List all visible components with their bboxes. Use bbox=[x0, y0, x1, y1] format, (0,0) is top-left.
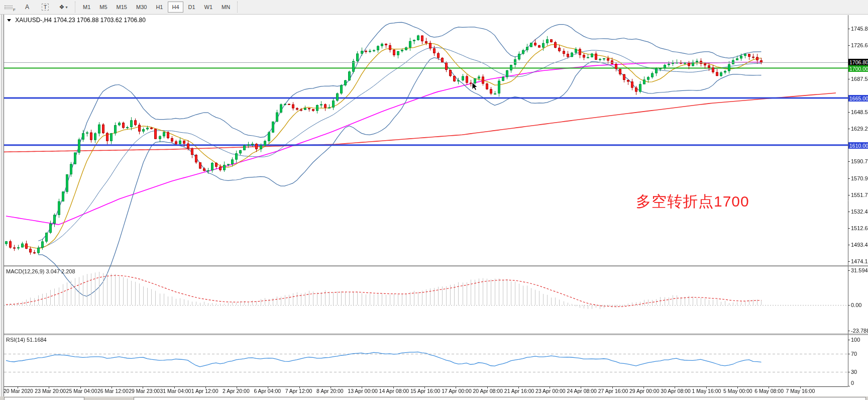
top-toolbar: F A T ❖ ▾ M1M5M15M30H1H4D1W1MN bbox=[0, 0, 868, 15]
price-axis-tick: 1493.40 bbox=[851, 242, 868, 248]
time-axis-label: 20 Apr 08:00 bbox=[473, 388, 503, 394]
rsi-axis-tick: 30 bbox=[851, 369, 857, 375]
timeframe-button-m15[interactable]: M15 bbox=[113, 2, 131, 13]
time-axis-label: 7 Apr 12:00 bbox=[285, 388, 312, 394]
macd-axis-tick: 0.00 bbox=[851, 302, 861, 308]
price-axis-tick: 1570.95 bbox=[851, 175, 868, 181]
current-price-label: 1706.80 bbox=[848, 59, 868, 65]
time-axis-label: 2 Apr 20:00 bbox=[223, 388, 250, 394]
chevron-down-icon: ▾ bbox=[65, 5, 67, 10]
arrows-icon: ❖ bbox=[59, 4, 65, 11]
time-axis-label: 7 May 16:00 bbox=[786, 388, 815, 394]
timeframe-button-m1[interactable]: M1 bbox=[79, 2, 94, 13]
time-axis-label: 27 Apr 16:00 bbox=[598, 388, 628, 394]
text-tool-icon: A bbox=[25, 4, 29, 11]
time-axis-label: 17 Apr 00:00 bbox=[442, 388, 472, 394]
price-axis-tick: 1512.65 bbox=[851, 225, 868, 231]
price-axis-tick: 1551.70 bbox=[851, 192, 868, 198]
level-price-label: 1665.00 bbox=[848, 95, 868, 102]
macd-axis-tick: 31.594 bbox=[851, 267, 868, 273]
time-axis-label: 6 May 08:00 bbox=[754, 388, 784, 394]
price-axis-tick: 1629.25 bbox=[851, 126, 868, 132]
time-axis-label: 1 May 16:00 bbox=[692, 388, 721, 394]
text-tool-button[interactable]: A bbox=[19, 1, 36, 13]
timeframe-button-m30[interactable]: M30 bbox=[132, 2, 151, 13]
macd-indicator-label: MACD(12,26,9) 3.047 2.208 bbox=[6, 268, 75, 274]
price-axis-tick: 1474.15 bbox=[851, 258, 868, 264]
timeframe-button-w1[interactable]: W1 bbox=[200, 2, 217, 13]
price-axis-tick: 1532.45 bbox=[851, 209, 868, 215]
time-axis-label: 8 Apr 20:00 bbox=[316, 388, 344, 394]
time-axis-label: 24 Apr 08:00 bbox=[567, 388, 597, 394]
time-axis-label: 30 Apr 08:00 bbox=[661, 388, 691, 394]
chevron-down-icon bbox=[7, 19, 11, 22]
time-axis-label: 29 Mar 23:00 bbox=[129, 388, 160, 394]
rsi-axis-tick: 100 bbox=[851, 337, 860, 343]
time-axis-label: 15 Apr 16:00 bbox=[410, 388, 441, 394]
time-axis-label: 26 Mar 12:00 bbox=[97, 388, 129, 394]
price-axis-tick: 1745.85 bbox=[851, 26, 868, 32]
rsi-axis-tick: 70 bbox=[851, 351, 857, 357]
timeframe-button-h4[interactable]: H4 bbox=[168, 2, 183, 13]
chart-symbol-timeframe: XAUUSD-,H4 bbox=[15, 17, 52, 24]
arrows-tool-button[interactable]: ❖ ▾ bbox=[55, 1, 72, 13]
rsi-indicator-label: RSI(14) 51.1684 bbox=[6, 337, 47, 343]
chart-tab[interactable] bbox=[4, 397, 84, 400]
time-axis-label: 31 Mar 04:00 bbox=[160, 388, 191, 394]
time-axis-label: 29 Apr 00:00 bbox=[629, 388, 660, 394]
chart-tab[interactable] bbox=[134, 397, 866, 400]
rsi-axis-tick: 0 bbox=[851, 380, 854, 386]
time-axis-label: 23 Mar 20:00 bbox=[35, 388, 66, 394]
level-price-label: 1610.00 bbox=[848, 142, 868, 149]
timeframe-button-m5[interactable]: M5 bbox=[95, 2, 111, 13]
timeframe-button-h1[interactable]: H1 bbox=[152, 2, 167, 13]
time-axis-label: 5 May 00:00 bbox=[723, 388, 752, 394]
price-axis-tick: 1590.75 bbox=[851, 158, 868, 164]
toolbar-separator bbox=[75, 2, 76, 13]
macd-axis-tick: -23.788 bbox=[851, 328, 868, 334]
toolbar-separator bbox=[237, 2, 238, 13]
price-axis-tick: 1648.50 bbox=[851, 109, 868, 115]
time-axis-label: 25 Mar 04:00 bbox=[66, 388, 97, 394]
price-axis-tick: 1726.60 bbox=[851, 42, 868, 48]
time-axis-label: 6 Apr 04:00 bbox=[254, 388, 281, 394]
time-axis-label: 21 Apr 16:00 bbox=[504, 388, 534, 394]
time-axis-label: 14 Apr 08:00 bbox=[379, 388, 409, 394]
fibonacci-tool-button[interactable]: F bbox=[1, 1, 18, 13]
chart-tab-strip bbox=[0, 396, 868, 400]
label-tool-icon: T bbox=[42, 4, 49, 11]
level-price-label: 1700.00 bbox=[848, 65, 868, 72]
timeframe-button-d1[interactable]: D1 bbox=[184, 2, 199, 13]
chart-text-annotation: 多空转折点1700 bbox=[636, 191, 749, 212]
fibonacci-icon: F bbox=[5, 6, 14, 9]
label-tool-button[interactable]: T bbox=[37, 1, 54, 13]
timeframe-toolbar: M1M5M15M30H1H4D1W1MN bbox=[78, 2, 235, 13]
time-axis-label: 23 Apr 00:00 bbox=[535, 388, 566, 394]
chart-ohlc-values: 1704.23 1706.88 1703.62 1706.80 bbox=[53, 17, 146, 24]
price-axis-tick: 1687.55 bbox=[851, 76, 868, 82]
chart-title: XAUUSD-,H4 1704.23 1706.88 1703.62 1706.… bbox=[7, 17, 146, 24]
time-axis-label: 1 Apr 12:00 bbox=[191, 388, 219, 394]
time-axis-label: 20 Mar 2020 bbox=[4, 388, 33, 394]
time-axis-label: 13 Apr 00:00 bbox=[348, 388, 378, 394]
timeframe-button-mn[interactable]: MN bbox=[218, 2, 234, 13]
window-left-edge bbox=[0, 14, 4, 400]
